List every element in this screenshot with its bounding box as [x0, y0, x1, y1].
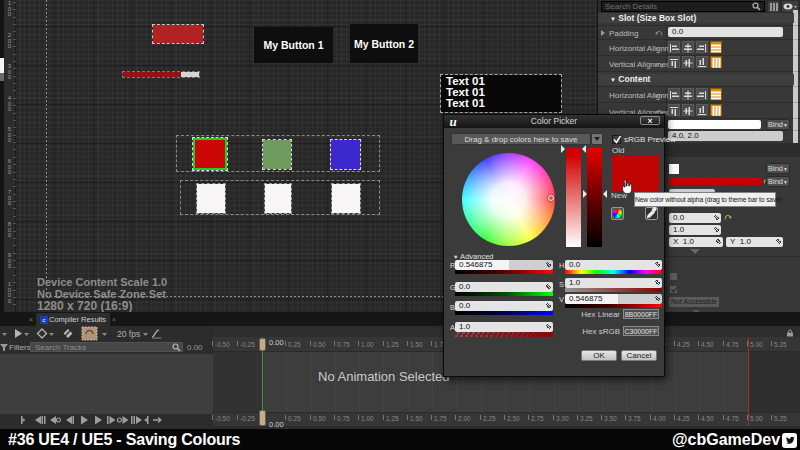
svg-text:20 fps: 20 fps [117, 329, 140, 339]
